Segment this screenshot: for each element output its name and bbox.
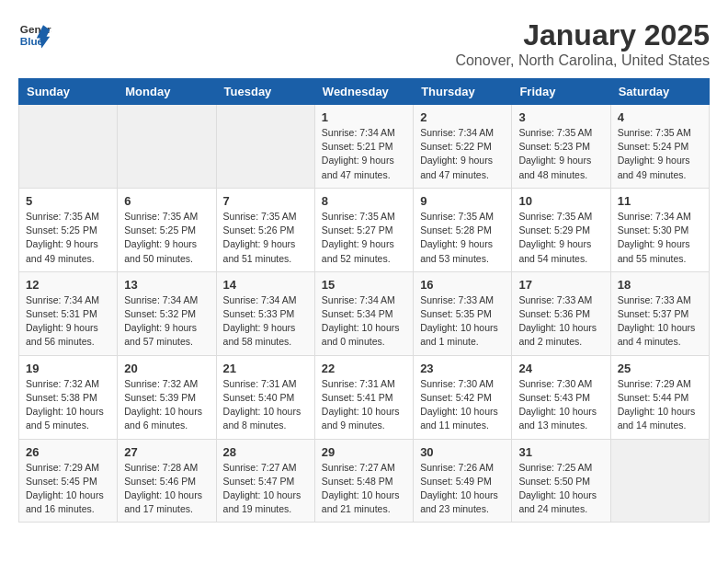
day-info: Sunrise: 7:35 AMSunset: 5:27 PMDaylight:… <box>322 210 406 266</box>
calendar-cell: 4Sunrise: 7:35 AMSunset: 5:24 PMDaylight… <box>610 105 709 189</box>
day-info: Sunrise: 7:35 AMSunset: 5:24 PMDaylight:… <box>618 126 702 182</box>
day-info: Sunrise: 7:35 AMSunset: 5:25 PMDaylight:… <box>124 210 209 266</box>
day-info: Sunrise: 7:35 AMSunset: 5:29 PMDaylight:… <box>518 210 603 266</box>
calendar-cell: 11Sunrise: 7:34 AMSunset: 5:30 PMDayligh… <box>610 188 709 271</box>
day-number: 3 <box>518 110 603 124</box>
calendar-cell: 3Sunrise: 7:35 AMSunset: 5:23 PMDaylight… <box>512 105 610 189</box>
day-number: 8 <box>322 194 406 208</box>
day-info: Sunrise: 7:34 AMSunset: 5:30 PMDaylight:… <box>618 210 702 266</box>
day-number: 2 <box>420 110 505 124</box>
calendar-cell <box>610 439 709 523</box>
day-number: 16 <box>420 278 505 292</box>
calendar-cell: 2Sunrise: 7:34 AMSunset: 5:22 PMDaylight… <box>414 105 512 189</box>
day-info: Sunrise: 7:35 AMSunset: 5:25 PMDaylight:… <box>26 210 110 266</box>
day-info: Sunrise: 7:34 AMSunset: 5:34 PMDaylight:… <box>322 293 406 350</box>
calendar-cell: 15Sunrise: 7:34 AMSunset: 5:34 PMDayligh… <box>314 271 413 355</box>
day-number: 12 <box>26 278 110 292</box>
day-number: 11 <box>618 194 702 208</box>
calendar-cell: 10Sunrise: 7:35 AMSunset: 5:29 PMDayligh… <box>512 188 610 271</box>
day-info: Sunrise: 7:29 AMSunset: 5:45 PMDaylight:… <box>26 461 110 517</box>
calendar-week-row: 19Sunrise: 7:32 AMSunset: 5:38 PMDayligh… <box>19 355 710 439</box>
calendar-cell: 28Sunrise: 7:27 AMSunset: 5:47 PMDayligh… <box>216 439 314 523</box>
calendar-header-row: SundayMondayTuesdayWednesdayThursdayFrid… <box>19 79 710 105</box>
day-number: 14 <box>223 278 308 292</box>
day-number: 10 <box>518 194 603 208</box>
day-header-tuesday: Tuesday <box>216 79 314 105</box>
calendar-cell: 6Sunrise: 7:35 AMSunset: 5:25 PMDaylight… <box>118 188 216 271</box>
day-header-wednesday: Wednesday <box>314 79 413 105</box>
day-number: 4 <box>618 110 702 124</box>
calendar-cell: 23Sunrise: 7:30 AMSunset: 5:42 PMDayligh… <box>414 355 512 439</box>
calendar-cell <box>118 105 216 189</box>
calendar-cell: 5Sunrise: 7:35 AMSunset: 5:25 PMDaylight… <box>19 188 118 271</box>
calendar-cell: 7Sunrise: 7:35 AMSunset: 5:26 PMDaylight… <box>216 188 314 271</box>
day-header-saturday: Saturday <box>610 79 709 105</box>
day-number: 31 <box>518 445 603 459</box>
day-number: 20 <box>124 362 209 375</box>
day-number: 24 <box>518 362 603 375</box>
day-number: 9 <box>420 194 505 208</box>
day-info: Sunrise: 7:33 AMSunset: 5:37 PMDaylight:… <box>618 293 702 350</box>
calendar-cell: 20Sunrise: 7:32 AMSunset: 5:39 PMDayligh… <box>118 355 216 439</box>
calendar-subtitle: Conover, North Carolina, United States <box>455 52 710 69</box>
day-info: Sunrise: 7:35 AMSunset: 5:26 PMDaylight:… <box>223 210 308 266</box>
logo: General Blue <box>18 18 51 52</box>
calendar-cell <box>216 105 314 189</box>
calendar-cell: 8Sunrise: 7:35 AMSunset: 5:27 PMDaylight… <box>314 188 413 271</box>
calendar-cell: 19Sunrise: 7:32 AMSunset: 5:38 PMDayligh… <box>19 355 118 439</box>
day-number: 15 <box>322 278 406 292</box>
day-number: 1 <box>322 110 406 124</box>
day-info: Sunrise: 7:34 AMSunset: 5:22 PMDaylight:… <box>420 126 505 182</box>
calendar-cell: 26Sunrise: 7:29 AMSunset: 5:45 PMDayligh… <box>19 439 118 523</box>
page-header: General Blue January 2025 Conover, North… <box>18 18 710 69</box>
day-number: 19 <box>26 362 110 375</box>
calendar-week-row: 5Sunrise: 7:35 AMSunset: 5:25 PMDaylight… <box>19 188 710 271</box>
day-number: 27 <box>124 445 209 459</box>
day-header-friday: Friday <box>512 79 610 105</box>
day-info: Sunrise: 7:32 AMSunset: 5:39 PMDaylight:… <box>124 377 209 433</box>
day-header-thursday: Thursday <box>414 79 512 105</box>
day-info: Sunrise: 7:29 AMSunset: 5:44 PMDaylight:… <box>618 377 702 433</box>
day-number: 26 <box>26 445 110 459</box>
calendar-title: January 2025 <box>455 18 710 52</box>
day-number: 23 <box>420 362 505 375</box>
day-info: Sunrise: 7:31 AMSunset: 5:41 PMDaylight:… <box>322 377 406 433</box>
day-info: Sunrise: 7:34 AMSunset: 5:33 PMDaylight:… <box>223 293 308 350</box>
day-number: 17 <box>518 278 603 292</box>
day-info: Sunrise: 7:27 AMSunset: 5:48 PMDaylight:… <box>322 461 406 517</box>
calendar-cell: 16Sunrise: 7:33 AMSunset: 5:35 PMDayligh… <box>414 271 512 355</box>
day-number: 13 <box>124 278 209 292</box>
day-number: 28 <box>223 445 308 459</box>
calendar-table: SundayMondayTuesdayWednesdayThursdayFrid… <box>18 78 710 523</box>
day-info: Sunrise: 7:33 AMSunset: 5:36 PMDaylight:… <box>518 293 603 350</box>
day-number: 29 <box>322 445 406 459</box>
calendar-cell: 1Sunrise: 7:34 AMSunset: 5:21 PMDaylight… <box>314 105 413 189</box>
calendar-week-row: 12Sunrise: 7:34 AMSunset: 5:31 PMDayligh… <box>19 271 710 355</box>
day-number: 22 <box>322 362 406 375</box>
day-header-sunday: Sunday <box>19 79 118 105</box>
day-info: Sunrise: 7:26 AMSunset: 5:49 PMDaylight:… <box>420 461 505 517</box>
day-info: Sunrise: 7:27 AMSunset: 5:47 PMDaylight:… <box>223 461 308 517</box>
calendar-cell: 30Sunrise: 7:26 AMSunset: 5:49 PMDayligh… <box>414 439 512 523</box>
calendar-cell: 27Sunrise: 7:28 AMSunset: 5:46 PMDayligh… <box>118 439 216 523</box>
calendar-week-row: 26Sunrise: 7:29 AMSunset: 5:45 PMDayligh… <box>19 439 710 523</box>
calendar-cell: 14Sunrise: 7:34 AMSunset: 5:33 PMDayligh… <box>216 271 314 355</box>
day-info: Sunrise: 7:25 AMSunset: 5:50 PMDaylight:… <box>518 461 603 517</box>
calendar-cell: 13Sunrise: 7:34 AMSunset: 5:32 PMDayligh… <box>118 271 216 355</box>
calendar-cell: 31Sunrise: 7:25 AMSunset: 5:50 PMDayligh… <box>512 439 610 523</box>
logo-icon: General Blue <box>18 18 51 52</box>
day-number: 5 <box>26 194 110 208</box>
day-info: Sunrise: 7:34 AMSunset: 5:21 PMDaylight:… <box>322 126 406 182</box>
calendar-cell: 25Sunrise: 7:29 AMSunset: 5:44 PMDayligh… <box>610 355 709 439</box>
calendar-week-row: 1Sunrise: 7:34 AMSunset: 5:21 PMDaylight… <box>19 105 710 189</box>
day-number: 6 <box>124 194 209 208</box>
calendar-cell <box>19 105 118 189</box>
day-number: 25 <box>618 362 702 375</box>
day-info: Sunrise: 7:32 AMSunset: 5:38 PMDaylight:… <box>26 377 110 433</box>
day-number: 30 <box>420 445 505 459</box>
calendar-cell: 21Sunrise: 7:31 AMSunset: 5:40 PMDayligh… <box>216 355 314 439</box>
day-number: 7 <box>223 194 308 208</box>
calendar-cell: 9Sunrise: 7:35 AMSunset: 5:28 PMDaylight… <box>414 188 512 271</box>
calendar-cell: 29Sunrise: 7:27 AMSunset: 5:48 PMDayligh… <box>314 439 413 523</box>
day-info: Sunrise: 7:31 AMSunset: 5:40 PMDaylight:… <box>223 377 308 433</box>
